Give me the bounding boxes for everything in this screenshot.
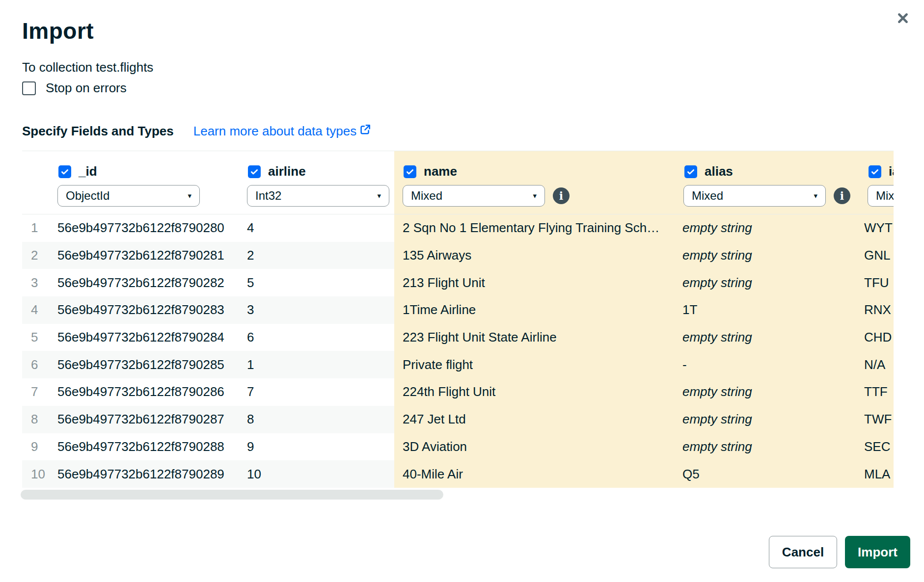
cell-name: 2 Sqn No 1 Elementary Flying Training Sc… — [394, 214, 675, 242]
cell-_id: 56e9b497732b6122f8790288 — [57, 433, 247, 461]
learn-more-link[interactable]: Learn more about data types — [193, 124, 371, 139]
type-select-_id[interactable]: ObjectId▾ — [57, 185, 200, 207]
cell-name: 1Time Airline — [394, 296, 675, 324]
type-select-iata[interactable]: Mixed▾ — [868, 185, 894, 207]
cell-name: Private flight — [394, 351, 675, 378]
fields-table: _idObjectId▾airlineInt32▾nameMixed▾ialia… — [22, 151, 894, 488]
table-row: 656e9b497732b6122f87902851Private flight… — [22, 351, 894, 378]
row-number: 5 — [22, 324, 57, 351]
cell-name: 224th Flight Unit — [394, 378, 675, 406]
column-label-name: name — [424, 164, 457, 179]
cell-alias: empty string — [675, 269, 859, 296]
column-title-row-iata: iata — [869, 164, 894, 179]
column-checkbox-_id[interactable] — [58, 165, 71, 178]
column-title-row-airline: airline — [248, 164, 394, 179]
cell-_id: 56e9b497732b6122f8790284 — [57, 324, 247, 351]
row-number: 8 — [22, 406, 57, 433]
check-icon — [686, 167, 695, 176]
cell-iata: CHD — [859, 324, 894, 351]
learn-more-label: Learn more about data types — [193, 124, 356, 139]
column-header-iata: iataMixed▾ — [859, 151, 894, 214]
import-button[interactable]: Import — [845, 536, 910, 568]
page-title: Import — [22, 18, 94, 44]
cell-airline: 4 — [247, 214, 394, 242]
column-header-_id: _idObjectId▾ — [57, 151, 247, 214]
cell-alias: empty string — [675, 214, 859, 242]
type-select-value-alias: Mixed — [692, 189, 723, 203]
cell-airline: 5 — [247, 269, 394, 296]
row-number: 10 — [22, 460, 57, 488]
cell-alias: 1T — [675, 296, 859, 324]
column-label-alias: alias — [705, 164, 733, 179]
cell-airline: 7 — [247, 378, 394, 406]
info-icon-alias[interactable]: i — [834, 187, 850, 204]
cell-_id: 56e9b497732b6122f8790285 — [57, 351, 247, 378]
cell-_id: 56e9b497732b6122f8790282 — [57, 269, 247, 296]
cancel-button[interactable]: Cancel — [769, 536, 837, 568]
chevron-down-icon: ▾ — [377, 191, 381, 200]
cell-_id: 56e9b497732b6122f8790289 — [57, 460, 247, 488]
cell-airline: 1 — [247, 351, 394, 378]
cell-alias: empty string — [675, 378, 859, 406]
cell-alias: Q5 — [675, 460, 859, 488]
type-select-value-_id: ObjectId — [66, 189, 109, 203]
row-number: 3 — [22, 269, 57, 296]
column-checkbox-name[interactable] — [404, 165, 416, 178]
cell-airline: 3 — [247, 296, 394, 324]
column-checkbox-iata[interactable] — [869, 165, 881, 178]
cell-iata: MLA — [859, 460, 894, 488]
table-row: 456e9b497732b6122f879028331Time Airline1… — [22, 296, 894, 324]
column-checkbox-airline[interactable] — [248, 165, 261, 178]
cell-iata: SEC — [859, 433, 894, 461]
cell-iata: N/A — [859, 351, 894, 378]
cell-name: 3D Aviation — [394, 433, 675, 461]
horizontal-scrollbar[interactable] — [21, 490, 894, 500]
info-icon-name[interactable]: i — [553, 187, 570, 204]
column-title-row-name: name — [404, 164, 675, 179]
scrollbar-thumb[interactable] — [21, 490, 443, 500]
cell-iata: TWF — [859, 406, 894, 433]
column-header-name: nameMixed▾i — [394, 151, 675, 214]
cell-_id: 56e9b497732b6122f8790287 — [57, 406, 247, 433]
cell-iata: GNL — [859, 242, 894, 269]
table-row: 756e9b497732b6122f87902867224th Flight U… — [22, 378, 894, 406]
column-title-row-alias: alias — [684, 164, 859, 179]
checkbox-unchecked-icon[interactable] — [22, 81, 36, 95]
check-icon — [406, 167, 414, 176]
row-number: 7 — [22, 378, 57, 406]
cell-_id: 56e9b497732b6122f8790280 — [57, 214, 247, 242]
cell-iata: TFU — [859, 269, 894, 296]
column-label-iata: iata — [889, 164, 894, 179]
check-icon — [250, 167, 259, 176]
cell-name: 213 Flight Unit — [394, 269, 675, 296]
column-header-airline: airlineInt32▾ — [247, 151, 394, 214]
type-select-name[interactable]: Mixed▾ — [403, 185, 545, 207]
table-header: _idObjectId▾airlineInt32▾nameMixed▾ialia… — [22, 151, 894, 214]
cell-iata: WYT — [859, 214, 894, 242]
column-checkbox-alias[interactable] — [684, 165, 697, 178]
cell-_id: 56e9b497732b6122f8790281 — [57, 242, 247, 269]
section-title: Specify Fields and Types — [22, 124, 174, 139]
table-row: 1056e9b497732b6122f87902891040-Mile AirQ… — [22, 460, 894, 488]
close-icon[interactable] — [895, 10, 911, 26]
cell-airline: 2 — [247, 242, 394, 269]
type-select-alias[interactable]: Mixed▾ — [683, 185, 826, 207]
check-icon — [60, 167, 69, 176]
cell-name: 247 Jet Ltd — [394, 406, 675, 433]
chevron-down-icon: ▾ — [814, 191, 817, 200]
column-title-row-_id: _id — [58, 164, 247, 179]
row-number: 9 — [22, 433, 57, 461]
cell-iata: TTF — [859, 378, 894, 406]
column-type-row-alias: Mixed▾i — [683, 185, 859, 207]
stop-on-errors-label: Stop on errors — [46, 80, 127, 96]
type-select-airline[interactable]: Int32▾ — [247, 185, 389, 207]
row-number-header — [22, 151, 57, 214]
table-row: 956e9b497732b6122f879028893D Aviationemp… — [22, 433, 894, 461]
column-type-row-iata: Mixed▾ — [868, 185, 894, 207]
cell-airline: 9 — [247, 433, 394, 461]
stop-on-errors-option[interactable]: Stop on errors — [22, 80, 127, 96]
column-header-alias: aliasMixed▾i — [675, 151, 859, 214]
column-type-row-name: Mixed▾i — [403, 185, 675, 207]
cell-iata: RNX — [859, 296, 894, 324]
import-dialog: Import To collection test.flights Stop o… — [0, 0, 924, 582]
